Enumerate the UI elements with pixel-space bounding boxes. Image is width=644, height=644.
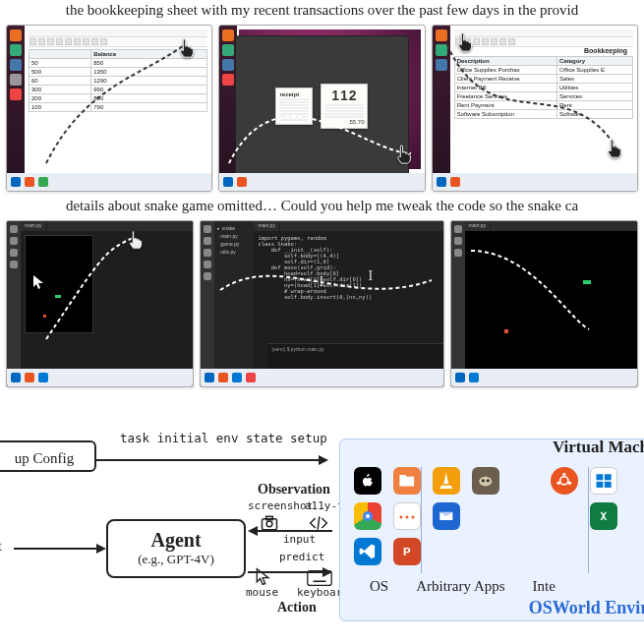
agent-box: Agent (e.g., GPT-4V): [106, 519, 246, 578]
label-internet: Inte: [533, 578, 556, 595]
agent-title: Agent: [108, 529, 244, 552]
vlc-icon: [433, 467, 460, 495]
label-task-setup: task initial env state setup: [120, 431, 327, 445]
row-bookkeeping: Balance 50850 5001350 601290 300990 2008…: [0, 21, 644, 196]
row-snake-game: main.py: [0, 216, 644, 391]
caption-task2: details about snake game omitted… Could …: [0, 196, 644, 216]
screenshot-game-before: main.py: [6, 220, 194, 387]
label-os: OS: [370, 578, 388, 595]
label-apps: Arbitrary Apps: [416, 578, 504, 595]
arrow-input: [14, 541, 108, 556]
receipt-number: 112: [324, 88, 364, 103]
thunderbird-icon: [433, 502, 460, 530]
col-balance: Balance: [91, 50, 207, 59]
powerpoint-icon: P: [393, 538, 421, 565]
ledger-table[interactable]: DescriptionCategory Office Supplies Purc…: [454, 56, 633, 119]
ledger-title: Bookkeeping: [454, 47, 633, 54]
screenshot-receipt-viewer: receipt 112 55.70: [218, 25, 425, 192]
toolbar[interactable]: [454, 37, 633, 47]
editor-tabs[interactable]: main.py: [254, 221, 442, 231]
code-icon: [309, 513, 328, 533]
label-predict: predict: [279, 551, 324, 563]
activity-bar[interactable]: [451, 221, 465, 369]
input-label: put: [0, 539, 2, 555]
svg-marker-1: [319, 455, 328, 465]
label-action: Action: [277, 600, 317, 615]
svg-marker-5: [248, 526, 258, 536]
taskbar[interactable]: [201, 369, 442, 386]
svg-point-24: [557, 482, 560, 485]
svg-rect-11: [308, 571, 331, 586]
files-icon: [393, 467, 421, 495]
editor-tabs[interactable]: main.py: [465, 221, 637, 231]
vscode-window[interactable]: ▸ snake main.py game.py utils.py main.py…: [201, 221, 442, 369]
balance-table[interactable]: Balance 50850 5001350 601290 300990 2008…: [29, 49, 207, 112]
activity-bar[interactable]: [201, 221, 214, 369]
taskbar[interactable]: [219, 173, 424, 191]
taskbar[interactable]: [433, 173, 637, 191]
label-input-small: input: [283, 533, 316, 546]
vscode-icon: [354, 538, 381, 565]
svg-rect-28: [605, 482, 612, 488]
screenshot-code-editing: ▸ snake main.py game.py utils.py main.py…: [200, 220, 443, 387]
keyboard-icon: [307, 568, 332, 588]
taskbar[interactable]: [7, 173, 211, 191]
more-apps-icon: ⋯: [393, 502, 421, 530]
activity-bar[interactable]: [7, 221, 21, 369]
svg-point-22: [562, 473, 565, 476]
game-window[interactable]: [25, 235, 93, 333]
terminal-panel[interactable]: (venv) $ python main.py: [267, 343, 442, 369]
config-box: up Config: [0, 440, 96, 472]
label-observation: Observation: [258, 482, 330, 498]
apple-logo-icon: [354, 467, 381, 495]
screenshot-game-after: main.py: [450, 220, 638, 387]
ubuntu-launcher: [7, 26, 25, 173]
toolbar[interactable]: [29, 37, 207, 47]
svg-point-19: [482, 479, 485, 482]
architecture-diagram: up Config put task initial env state set…: [0, 423, 644, 644]
osworld-brand: OSWorld Enviro: [529, 598, 644, 618]
vm-section-labels: OS Arbitrary Apps Inte: [370, 578, 556, 595]
spreadsheet-app[interactable]: Bookkeeping DescriptionCategory Office S…: [454, 29, 633, 169]
text-cursor-icon: I: [319, 274, 323, 290]
label-screenshot: screenshot: [248, 499, 313, 512]
svg-rect-26: [605, 474, 612, 480]
caption-task1: the bookkeeping sheet with my recent tra…: [0, 0, 644, 21]
vm-icons: ⋯ P: [354, 467, 644, 565]
receipt-right: 112 55.70: [321, 84, 368, 129]
spreadsheet-app[interactable]: Balance 50850 5001350 601290 300990 2008…: [29, 29, 207, 169]
agent-subtitle: (e.g., GPT-4V): [108, 552, 244, 567]
mouse-cursor-icon: [254, 566, 273, 586]
svg-marker-3: [96, 544, 106, 554]
image-viewer-window[interactable]: receipt 112 55.70: [235, 35, 408, 177]
vm-title: Virtual Mach: [553, 438, 644, 457]
excel-icon: [590, 502, 617, 530]
label-mouse: mouse: [246, 586, 278, 599]
svg-text:P: P: [403, 546, 411, 557]
svg-point-23: [568, 482, 571, 485]
chrome-icon: [354, 502, 381, 530]
svg-point-7: [266, 521, 272, 527]
svg-rect-27: [596, 482, 603, 488]
svg-point-21: [560, 477, 568, 485]
screenshot-spreadsheet-ledger: Bookkeeping DescriptionCategory Office S…: [432, 25, 638, 192]
receipt-title: receipt: [279, 91, 309, 97]
svg-point-20: [487, 479, 490, 482]
svg-point-18: [479, 477, 492, 487]
ubuntu-logo-icon: [551, 467, 578, 495]
ubuntu-launcher: [433, 26, 450, 173]
vscode-window[interactable]: main.py: [451, 221, 637, 369]
windows-logo-icon: [590, 467, 617, 495]
receipt-left: receipt: [275, 88, 313, 125]
taskbar[interactable]: [7, 369, 193, 386]
taskbar[interactable]: [451, 369, 637, 386]
file-explorer[interactable]: ▸ snake main.py game.py utils.py: [214, 221, 254, 369]
text-cursor-icon: I: [368, 268, 373, 284]
svg-rect-8: [266, 516, 273, 519]
gimp-icon: [472, 467, 499, 495]
cursor-arrow-icon: [33, 275, 47, 289]
vscode-window[interactable]: main.py: [7, 221, 193, 369]
screenshot-spreadsheet-balance: Balance 50850 5001350 601290 300990 2008…: [6, 25, 212, 192]
editor-tabs[interactable]: main.py: [21, 221, 193, 231]
virtual-machine-panel: Virtual Mach ⋯ P OS Arbitrary Apps Inte …: [339, 439, 644, 621]
